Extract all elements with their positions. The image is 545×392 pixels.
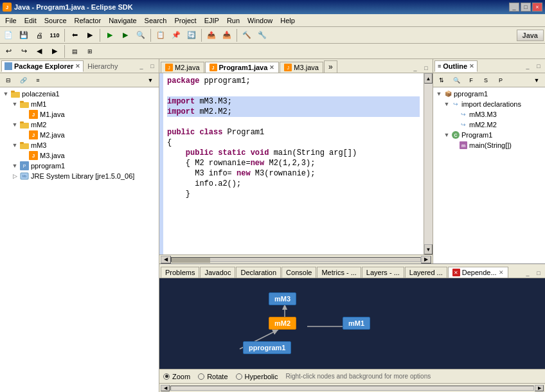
print-button[interactable]: 🖨	[32, 28, 46, 42]
hscroll-right[interactable]: ▶	[421, 256, 431, 263]
outline-item-pprogram1[interactable]: ▼ 📦 pprogram1	[434, 89, 544, 99]
left-panel-max[interactable]: □	[147, 62, 157, 71]
tab-Program1-close[interactable]: ✕	[269, 64, 274, 71]
expand-jre[interactable]: ▷	[10, 173, 19, 179]
expand-outline-root[interactable]: ▼	[434, 91, 443, 97]
run-button[interactable]: ▶	[118, 28, 132, 42]
menu-run[interactable]: Run	[223, 15, 244, 26]
dep-node-mM2[interactable]: mM2	[269, 317, 296, 330]
outline-menu[interactable]: ▼	[530, 73, 544, 87]
window-controls[interactable]: _ □ ×	[509, 3, 542, 12]
menu-ejip[interactable]: EJIP	[201, 15, 223, 26]
hierarchy-button[interactable]: ▤	[67, 44, 82, 58]
tab-depende-close[interactable]: ✕	[499, 269, 504, 276]
expand-imports[interactable]: ▼	[442, 101, 451, 107]
editor-vscrollbar[interactable]: ▲ ▼	[424, 73, 433, 254]
tab-M2[interactable]: J M2.java	[161, 62, 204, 73]
back-button[interactable]: ⬅	[67, 28, 82, 42]
minimize-button[interactable]: _	[509, 3, 519, 12]
scroll-down[interactable]: ▼	[424, 244, 433, 254]
tab-outline[interactable]: ≡ Outline ✕	[434, 60, 478, 72]
expand-Program1[interactable]: ▼	[442, 132, 451, 138]
scroll-up[interactable]: ▲	[424, 73, 433, 84]
search-btn[interactable]: 🔍	[134, 28, 148, 42]
tools-button[interactable]: 🔧	[255, 28, 269, 42]
tree-item-mM1[interactable]: ▼ mM1	[1, 99, 157, 109]
menu-window[interactable]: Window	[244, 15, 276, 26]
menu-source[interactable]: Source	[40, 15, 71, 26]
tab-outline-close[interactable]: ✕	[469, 63, 474, 69]
tree-item-mM3[interactable]: ▼ mM3	[1, 140, 157, 150]
outline-hide-fields[interactable]: F	[464, 73, 478, 87]
tree-item-pprogram1[interactable]: ▼ P pprogram1	[1, 161, 157, 171]
dep-node-mM1[interactable]: mM1	[343, 317, 370, 330]
tree-view-button[interactable]: ≡	[31, 73, 45, 87]
tree-item-mM2[interactable]: ▼ mM2	[1, 120, 157, 130]
tree-item-M1[interactable]: J M1.java	[1, 109, 157, 120]
expand-polaczenia1[interactable]: ▼	[1, 91, 10, 97]
code-editor[interactable]: package pprogram1; import mM3.M3; import…	[163, 73, 424, 254]
paste-button[interactable]: 📌	[169, 28, 183, 42]
menu-project[interactable]: Project	[170, 15, 200, 26]
editor-max[interactable]: □	[421, 64, 431, 73]
hyperbolic-radio[interactable]: Hyperbolic	[236, 373, 278, 380]
expand-pprogram1[interactable]: ▼	[10, 163, 19, 169]
expand-mM3[interactable]: ▼	[10, 142, 19, 148]
outline-item-imports[interactable]: ▼ ↪ import declarations	[434, 99, 544, 109]
perspective-label[interactable]: Java	[517, 30, 544, 41]
tab-console[interactable]: Console	[281, 267, 316, 278]
menu-navigate[interactable]: Navigate	[105, 15, 140, 26]
close-button[interactable]: ×	[532, 3, 542, 12]
left-panel-min[interactable]: _	[136, 62, 147, 71]
tab-layers[interactable]: Layers - ...	[362, 267, 404, 278]
outline-item-mM2M2[interactable]: ↪ mM2.M2	[434, 120, 544, 130]
import-button[interactable]: 📥	[220, 28, 234, 42]
next-button[interactable]: ▶	[48, 44, 62, 58]
outline-hide-static[interactable]: S	[479, 73, 493, 87]
tab-package-explorer[interactable]: Package Explorer ✕	[1, 60, 84, 72]
tab-M3[interactable]: J M3.java	[280, 62, 323, 73]
outline-max[interactable]: □	[533, 62, 544, 71]
menu-search[interactable]: Search	[141, 15, 171, 26]
tab-layered[interactable]: Layered ...	[405, 267, 447, 278]
tree-item-polaczenia1[interactable]: ▼ polaczenia1	[1, 89, 157, 99]
link-editor-button[interactable]: 🔗	[16, 73, 30, 87]
maximize-button[interactable]: □	[521, 3, 531, 12]
tab-problems[interactable]: Problems	[161, 267, 199, 278]
collapse-all-button[interactable]: ⊟	[1, 73, 15, 87]
copy-button[interactable]: 📋	[154, 28, 168, 42]
expand-mM2[interactable]: ▼	[10, 121, 19, 128]
tab-overflow[interactable]: »	[324, 60, 337, 73]
dep-node-mM3[interactable]: mM3	[269, 292, 296, 305]
menu-file[interactable]: File	[1, 15, 21, 26]
undo-button[interactable]: ↩	[1, 44, 15, 58]
export-button[interactable]: 📤	[204, 28, 219, 42]
dep-hscroll-left[interactable]: ◀	[161, 385, 170, 391]
tree-item-jre[interactable]: ▷ lib JRE System Library [jre1.5.0_06]	[1, 171, 157, 181]
bottom-max[interactable]: □	[533, 269, 544, 278]
editor-hscrollbar[interactable]: ◀ ▶	[159, 254, 433, 263]
tab-metrics[interactable]: Metrics - ...	[317, 267, 361, 278]
outline-item-Program1[interactable]: ▼ C Program1	[434, 130, 544, 140]
hyperbolic-radio-dot[interactable]	[236, 373, 242, 380]
build-button[interactable]: 🔨	[240, 28, 254, 42]
zoom-radio[interactable]: Zoom	[163, 373, 190, 380]
dep-view[interactable]: mM3 mM2 mM1 pprogram1	[159, 278, 545, 369]
forward-button[interactable]: ▶	[83, 28, 97, 42]
outline-item-mM3M3[interactable]: ↪ mM3.M3	[434, 109, 544, 120]
tab-declaration[interactable]: Declaration	[236, 267, 281, 278]
editor-min[interactable]: _	[410, 64, 420, 73]
rotate-radio-dot[interactable]	[198, 373, 204, 380]
tab-javadoc[interactable]: Javadoc	[200, 267, 235, 278]
dep-hscrollbar[interactable]: ◀ ▶	[159, 383, 545, 392]
save-button[interactable]: 💾	[17, 28, 31, 42]
debug-button[interactable]: ▶	[103, 28, 117, 42]
redo-button[interactable]: ↪	[17, 44, 31, 58]
expand-mM1[interactable]: ▼	[10, 101, 19, 107]
new-button[interactable]: 📄	[1, 28, 15, 42]
prev-button[interactable]: ◀	[32, 44, 46, 58]
tab-depende[interactable]: ✕ Depende... ✕	[448, 267, 508, 278]
outline-min[interactable]: _	[523, 62, 533, 71]
menu-refactor[interactable]: Refactor	[71, 15, 105, 26]
rotate-radio[interactable]: Rotate	[198, 373, 228, 380]
